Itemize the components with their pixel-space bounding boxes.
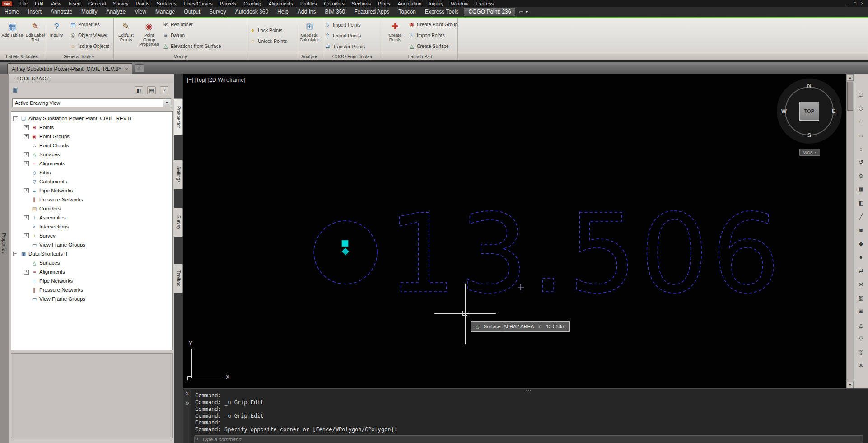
compass-top-button[interactable]: TOP	[799, 102, 819, 121]
menu-edit[interactable]: Edit	[31, 0, 47, 7]
app-logo[interactable]: CAD	[2, 1, 12, 6]
inquiry-button[interactable]: ?Inquiry	[46, 19, 67, 52]
help-icon[interactable]: ?	[160, 86, 168, 94]
menu-general[interactable]: General	[84, 0, 109, 7]
tree-item-surfaces[interactable]: △Surfaces	[11, 258, 172, 267]
menu-express[interactable]: Express	[472, 0, 497, 7]
tree-item-pressure-networks[interactable]: ∥Pressure Networks	[11, 285, 172, 294]
tool-button-15[interactable]: ⊗	[856, 279, 867, 290]
ribbon-tab-modify[interactable]: Modify	[77, 7, 102, 17]
menu-annotation[interactable]: Annotation	[394, 0, 425, 7]
menu-insert[interactable]: Insert	[65, 0, 85, 7]
tool-button-20[interactable]: ◎	[856, 347, 867, 358]
expander-plus-icon[interactable]: +	[24, 215, 29, 220]
tree-item-survey[interactable]: ++Survey	[11, 231, 172, 240]
auto-hide-icon[interactable]: ◧	[135, 86, 143, 94]
ribbon-tab-view[interactable]: View	[130, 7, 151, 17]
import-points-button[interactable]: ⇩Import Points	[323, 19, 381, 30]
ribbon-tab-bim-360[interactable]: BIM 360	[320, 7, 350, 17]
tool-button-4[interactable]: ↔	[856, 130, 867, 141]
ribbon-tab-output[interactable]: Output	[179, 7, 205, 17]
tool-button-12[interactable]: ◆	[856, 238, 867, 249]
scroll-up-icon[interactable]: ▲	[847, 74, 854, 81]
viewport-visual-style-control[interactable]: [2D Wireframe]	[207, 77, 245, 83]
ribbon-panel-label-modify[interactable]: Modify	[114, 53, 247, 60]
menu-view[interactable]: View	[47, 0, 65, 7]
tool-button-11[interactable]: ■	[856, 225, 867, 236]
ribbon-display-toggle-icon[interactable]: ▭	[519, 9, 523, 14]
side-tab-toolbox[interactable]: Toolbox	[174, 264, 183, 293]
expander-minus-icon[interactable]: −	[13, 116, 18, 121]
point-grip-diamond[interactable]	[342, 248, 349, 255]
ribbon-tab-annotate[interactable]: Annotate	[46, 7, 77, 17]
properties-button[interactable]: ▤Properties	[69, 19, 112, 30]
tool-button-8[interactable]: ▦	[856, 184, 867, 195]
ribbon-panel-label-labels-tables[interactable]: Labels & Tables	[0, 53, 44, 60]
add-tables-button[interactable]: ▦Add Tables	[1, 19, 23, 52]
customize-icon[interactable]: ⚙	[183, 401, 191, 406]
ribbon-tab-add-ins[interactable]: Add-ins	[293, 7, 321, 17]
edit-label-text-button[interactable]: ✎Edit Label Text	[24, 19, 46, 52]
ribbon-tab-survey[interactable]: Survey	[205, 7, 230, 17]
menu-points[interactable]: Points	[132, 0, 153, 7]
object-viewer-button[interactable]: ◎Object Viewer	[69, 30, 112, 41]
tree-item-pressure-networks[interactable]: ∥Pressure Networks	[11, 195, 172, 204]
ribbon-tab-express-tools[interactable]: Express Tools	[420, 7, 463, 17]
ribbon-tab-autodesk-360[interactable]: Autodesk 360	[231, 7, 273, 17]
tool-button-14[interactable]: ⇄	[856, 266, 867, 276]
geodetic-calculator-button[interactable]: ⊞Geodetic Calculator	[299, 19, 320, 52]
new-document-tab-button[interactable]: +	[135, 64, 144, 73]
tree-item-view-frame-groups[interactable]: ▭View Frame Groups	[11, 294, 172, 303]
side-tab-settings[interactable]: Settings	[174, 160, 183, 189]
command-input[interactable]: › Type a command	[194, 435, 863, 443]
ribbon-panel-label-analyze[interactable]: Analyze	[297, 53, 322, 60]
menu-pipes[interactable]: Pipes	[374, 0, 394, 7]
elevations-from-surface-button[interactable]: △Elevations from Surface	[161, 41, 245, 51]
tool-button-6[interactable]: ↺	[856, 157, 867, 168]
properties-panel-icon[interactable]: ▤	[147, 86, 156, 94]
ribbon-tab-manage[interactable]: Manage	[151, 7, 179, 17]
ribbon-panel-label-general-tools[interactable]: General Tools ▾	[44, 53, 113, 60]
document-tab-close-icon[interactable]: ×	[125, 66, 128, 72]
menu-parcels[interactable]: Parcels	[216, 0, 240, 7]
import-points-button[interactable]: ⇩Import Points	[407, 30, 457, 41]
tool-button-18[interactable]: △	[856, 320, 867, 331]
active-drawing-view-select[interactable]: Active Drawing View ▾	[12, 98, 171, 107]
menu-grading[interactable]: Grading	[240, 0, 265, 7]
tree-item-point-clouds[interactable]: ∴Point Clouds	[11, 141, 172, 150]
renumber-button[interactable]: №Renumber	[161, 19, 245, 30]
expander-plus-icon[interactable]: +	[24, 270, 29, 275]
lock-points-button[interactable]: ●Lock Points	[248, 25, 295, 36]
wcs-menu[interactable]: WCS ▾	[799, 149, 820, 156]
tool-button-21[interactable]: ✕	[856, 360, 867, 371]
tool-button-2[interactable]: ◇	[856, 103, 867, 114]
menu-surfaces[interactable]: Surfaces	[153, 0, 180, 7]
tree-item-sites[interactable]: ◇Sites	[11, 168, 172, 177]
tool-button-1[interactable]: □	[856, 89, 867, 100]
point-grip-square[interactable]	[342, 240, 348, 247]
viewport-menu-control[interactable]: [−]	[187, 77, 193, 83]
menu-corridors[interactable]: Corridors	[321, 0, 348, 7]
create-points-button[interactable]: ✚Create Points	[384, 19, 406, 52]
create-point-group-button[interactable]: ◉Create Point Group	[407, 19, 457, 30]
tree-item-intersections[interactable]: ×Intersections	[11, 222, 172, 231]
tree-item-corridors[interactable]: ▤Corridors	[11, 204, 172, 213]
point-group-properties-button[interactable]: ◉Point Group Properties	[138, 19, 160, 52]
side-tab-prospector[interactable]: Prospector	[174, 98, 183, 135]
document-tab-active[interactable]: Alhay Substation Power-Plant_CIVIL_REV.B…	[7, 63, 132, 74]
tool-button-9[interactable]: ◧	[856, 198, 867, 209]
expander-plus-icon[interactable]: +	[24, 152, 29, 157]
tool-button-16[interactable]: ▧	[856, 293, 867, 303]
ribbon-tab-home[interactable]: Home	[0, 7, 23, 17]
ribbon-tab-featured-apps[interactable]: Featured Apps	[350, 7, 394, 17]
menu-survey[interactable]: Survey	[109, 0, 132, 7]
chevron-down-icon[interactable]: ▾	[163, 99, 171, 107]
isolate-objects-button[interactable]: ☼Isolate Objects	[69, 41, 112, 51]
tree-item-pipe-networks[interactable]: ≡Pipe Networks	[11, 276, 172, 285]
tree-item-surfaces[interactable]: +△Surfaces	[11, 150, 172, 159]
display-toggle-icon[interactable]: ▦	[12, 86, 18, 93]
ribbon-tab-help[interactable]: Help	[273, 7, 293, 17]
compass-south-label[interactable]: S	[806, 132, 813, 139]
expander-plus-icon[interactable]: +	[24, 188, 29, 193]
close-button[interactable]: ×	[861, 0, 863, 7]
